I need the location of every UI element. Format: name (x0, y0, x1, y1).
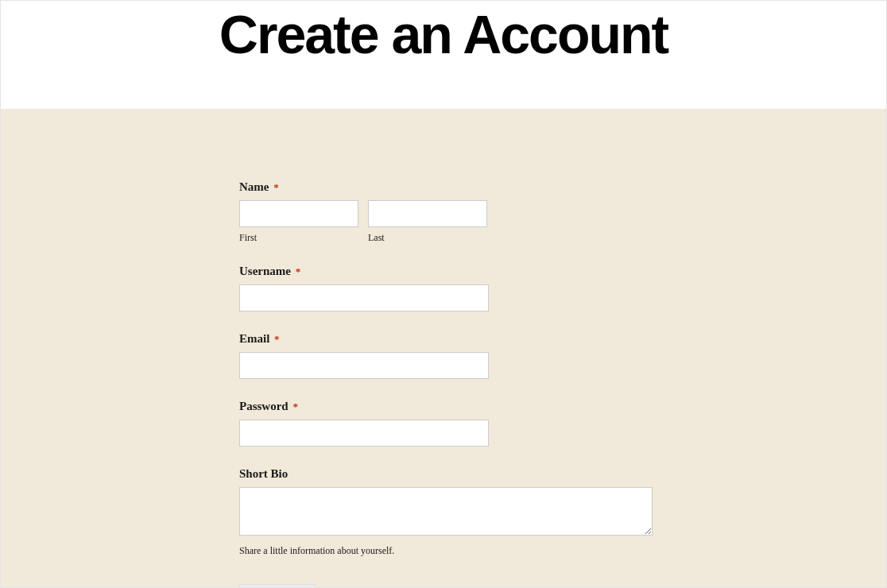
last-name-sublabel: Last (368, 232, 487, 244)
username-label-text: Username (239, 265, 291, 277)
bio-help-text: Share a little information about yoursel… (239, 545, 653, 557)
bio-label-text: Short Bio (239, 467, 288, 480)
form-container: Name * First Last Username * (239, 180, 653, 588)
email-field-group: Email * (239, 332, 653, 379)
bio-label: Short Bio (239, 467, 653, 481)
username-label: Username * (239, 265, 653, 278)
last-name-input[interactable] (368, 200, 487, 227)
name-field-group: Name * First Last (239, 180, 653, 244)
bio-textarea[interactable] (239, 487, 653, 536)
username-field-group: Username * (239, 265, 653, 311)
submit-button[interactable]: Submit (239, 584, 316, 588)
name-row: First Last (239, 200, 653, 244)
password-label: Password * (239, 400, 653, 413)
required-asterisk: * (273, 181, 279, 193)
header-section: Create an Account (1, 1, 886, 109)
last-name-col: Last (368, 200, 487, 244)
required-asterisk: * (274, 333, 280, 345)
required-asterisk: * (292, 400, 298, 412)
email-label-text: Email (239, 332, 269, 345)
first-name-input[interactable] (239, 200, 358, 227)
bio-field-group: Short Bio Share a little information abo… (239, 467, 653, 557)
email-label: Email * (239, 332, 653, 346)
password-field-group: Password * (239, 400, 653, 447)
password-input[interactable] (239, 420, 489, 447)
name-label: Name * (239, 180, 653, 194)
page-title: Create an Account (1, 1, 886, 61)
first-name-sublabel: First (239, 232, 358, 244)
name-label-text: Name (239, 180, 269, 193)
required-asterisk: * (296, 265, 301, 277)
form-section: Name * First Last Username * (1, 109, 886, 588)
email-input[interactable] (239, 352, 489, 379)
first-name-col: First (239, 200, 358, 244)
password-label-text: Password (239, 400, 289, 412)
username-input[interactable] (239, 284, 489, 311)
